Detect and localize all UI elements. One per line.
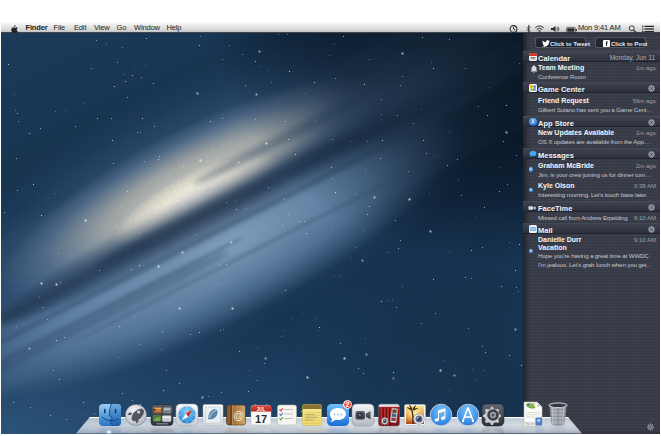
svg-text:17: 17	[255, 430, 267, 434]
svg-text:JUL: JUL	[257, 407, 266, 412]
svg-text:PAGES: PAGES	[524, 426, 537, 430]
